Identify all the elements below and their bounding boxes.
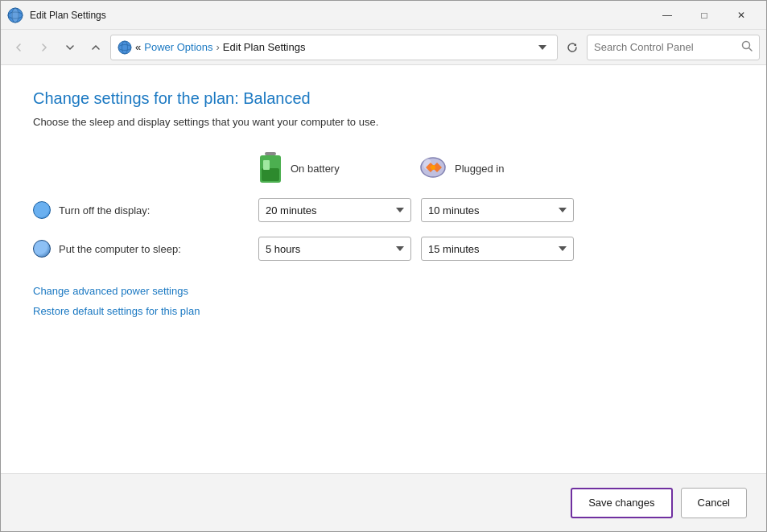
svg-line-7 xyxy=(749,48,753,52)
search-input[interactable] xyxy=(594,41,738,53)
search-bar[interactable] xyxy=(587,35,760,60)
address-separator: › xyxy=(216,41,220,53)
svg-rect-10 xyxy=(262,168,279,181)
sleep-label: Put the computer to sleep: xyxy=(33,240,258,258)
battery-label: On battery xyxy=(291,163,340,175)
settings-header-row: On battery Plugged in xyxy=(33,152,734,185)
up-button[interactable] xyxy=(85,36,107,59)
battery-icon xyxy=(258,152,282,185)
address-bar[interactable]: « Power Options › Edit Plan Settings xyxy=(110,35,558,60)
address-bar-icon xyxy=(118,40,132,55)
sleep-settings-row: Put the computer to sleep: 5 hours 1 min… xyxy=(33,237,734,261)
close-button[interactable]: ✕ xyxy=(723,1,760,30)
address-root: « xyxy=(135,41,141,53)
restore-defaults-link[interactable]: Restore default settings for this plan xyxy=(33,305,734,317)
refresh-button[interactable] xyxy=(561,36,583,59)
display-battery-dropdown[interactable]: 20 minutes 1 minute 2 minutes 3 minutes … xyxy=(258,198,411,222)
back-button[interactable] xyxy=(7,36,30,59)
sleep-plugged-dropdown[interactable]: 15 minutes 1 minute 2 minutes 3 minutes … xyxy=(421,237,574,261)
main-window: Edit Plan Settings — □ ✕ xyxy=(0,0,767,532)
plugged-label: Plugged in xyxy=(455,163,504,175)
sleep-label-text: Put the computer to sleep: xyxy=(59,243,181,255)
svg-point-3 xyxy=(118,41,131,54)
display-plugged-dropdown[interactable]: 10 minutes 1 minute 2 minutes 3 minutes … xyxy=(421,198,574,222)
display-label: Turn off the display: xyxy=(33,201,258,219)
advanced-settings-link[interactable]: Change advanced power settings xyxy=(33,285,734,297)
app-icon xyxy=(7,7,23,23)
sleep-battery-dropdown[interactable]: 5 hours 1 minute 2 minutes 3 minutes 5 m… xyxy=(258,237,411,261)
plugged-column-header: Plugged in xyxy=(419,156,580,181)
page-subtitle: Choose the sleep and display settings th… xyxy=(33,116,734,128)
page-title: Change settings for the plan: Balanced xyxy=(33,89,734,108)
plugged-icon xyxy=(419,156,447,181)
search-icon xyxy=(741,40,753,54)
window-controls: — □ ✕ xyxy=(649,1,760,30)
links-section: Change advanced power settings Restore d… xyxy=(33,285,734,317)
address-dropdown-button[interactable] xyxy=(534,39,551,56)
cancel-button[interactable]: Cancel xyxy=(681,488,747,518)
svg-point-14 xyxy=(431,165,435,170)
settings-table: On battery Plugged in xyxy=(33,152,734,261)
sleep-icon xyxy=(33,240,51,258)
forward-button[interactable] xyxy=(33,36,56,59)
navigation-bar: « Power Options › Edit Plan Settings xyxy=(1,30,766,65)
content-area: Change settings for the plan: Balanced C… xyxy=(1,65,766,473)
title-bar: Edit Plan Settings — □ ✕ xyxy=(1,1,766,30)
address-part-1[interactable]: Power Options xyxy=(144,41,212,53)
minimize-button[interactable]: — xyxy=(649,1,686,30)
footer: Save changes Cancel xyxy=(1,473,766,531)
svg-rect-11 xyxy=(263,160,270,170)
maximize-button[interactable]: □ xyxy=(686,1,723,30)
address-text: « Power Options › Edit Plan Settings xyxy=(135,41,531,53)
recent-locations-button[interactable] xyxy=(59,36,81,59)
save-button[interactable]: Save changes xyxy=(571,488,672,518)
display-label-text: Turn off the display: xyxy=(59,204,150,217)
window-title: Edit Plan Settings xyxy=(30,10,649,21)
display-settings-row: Turn off the display: 20 minutes 1 minut… xyxy=(33,198,734,222)
svg-rect-8 xyxy=(265,152,276,155)
address-part-2: Edit Plan Settings xyxy=(223,41,306,53)
display-icon xyxy=(33,201,51,219)
battery-column-header: On battery xyxy=(258,152,419,185)
